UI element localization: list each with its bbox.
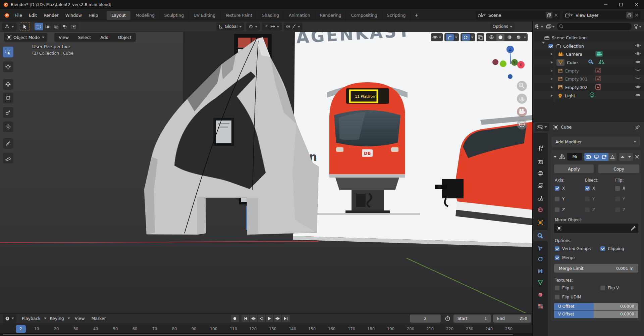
- flip-y-checkbox[interactable]: Y: [615, 197, 625, 201]
- tab-shading[interactable]: Shading: [257, 11, 284, 20]
- clipping-checkbox[interactable]: Clipping: [600, 246, 624, 251]
- timeline-menu-keying[interactable]: Keying: [48, 316, 66, 321]
- expand-right-icon[interactable]: [550, 86, 553, 89]
- bisect-z-checkbox[interactable]: Z: [585, 207, 595, 212]
- tab-world[interactable]: [536, 205, 545, 214]
- gizmo-toggle-icon[interactable]: [446, 34, 454, 41]
- eye-open-icon[interactable]: [635, 51, 641, 56]
- select-mode-intersect-button[interactable]: [69, 23, 78, 30]
- u-offset-slider[interactable]: U Offset 0.0000: [554, 303, 638, 310]
- tool-cursor[interactable]: [3, 61, 13, 72]
- modifier-cage-toggle[interactable]: [608, 153, 616, 161]
- viewport-3d[interactable]: 11 13: [0, 32, 532, 313]
- tab-animation[interactable]: Animation: [284, 11, 315, 20]
- view-layer-selector[interactable]: View Layer: [563, 11, 641, 19]
- gizmo-axis-z-neg[interactable]: [508, 74, 513, 79]
- proportional-editing-dropdown[interactable]: [284, 22, 303, 31]
- viewport-menu-add[interactable]: Add: [97, 35, 112, 40]
- merge-limit-field[interactable]: Merge Limit 0.001 m: [554, 264, 638, 273]
- timeline-menu-marker[interactable]: Marker: [89, 316, 108, 321]
- outliner-row-empty[interactable]: Empty: [533, 67, 644, 75]
- overlays-toggle-icon[interactable]: [462, 34, 470, 41]
- playhead-badge[interactable]: 2: [16, 325, 26, 333]
- tab-tool[interactable]: [536, 144, 545, 153]
- eyedropper-icon[interactable]: [631, 226, 636, 231]
- expand-right-icon[interactable]: [550, 61, 553, 64]
- pan-view-button[interactable]: [517, 94, 527, 104]
- tool-rotate[interactable]: [3, 93, 13, 103]
- record-button[interactable]: [231, 315, 239, 322]
- scene-unlink-icon[interactable]: [554, 13, 558, 17]
- outliner-row-camera[interactable]: Camera: [533, 50, 644, 58]
- menu-window[interactable]: Window: [62, 13, 85, 18]
- tab-physics[interactable]: [536, 255, 545, 263]
- view-layer-remove-icon[interactable]: [635, 13, 638, 17]
- jump-to-start-button[interactable]: [241, 315, 250, 322]
- add-workspace-button[interactable]: +: [410, 11, 422, 20]
- outliner-filter-dropdown[interactable]: [634, 25, 642, 29]
- scene-selector[interactable]: Scene: [476, 11, 560, 19]
- eye-open-icon[interactable]: [635, 43, 641, 48]
- play-reverse-button[interactable]: [258, 315, 266, 322]
- editor-type-dropdown[interactable]: [2, 22, 16, 31]
- snap-dropdown[interactable]: [262, 22, 282, 31]
- eye-open-icon[interactable]: [635, 93, 641, 97]
- axis-y-checkbox[interactable]: Y: [555, 197, 565, 201]
- menu-help[interactable]: Help: [85, 13, 102, 18]
- tool-select-box[interactable]: [3, 47, 13, 57]
- outliner-row-scene-collection[interactable]: Scene Collection: [533, 34, 644, 42]
- tab-sculpting[interactable]: Sculpting: [159, 11, 189, 20]
- xray-toggle-button[interactable]: [477, 33, 484, 41]
- panel-expand-icon[interactable]: [553, 156, 557, 158]
- modifier-realtime-toggle[interactable]: [592, 153, 600, 161]
- menu-render[interactable]: Render: [40, 13, 62, 18]
- outliner-display-mode-dropdown[interactable]: [535, 24, 543, 29]
- play-button[interactable]: [266, 315, 274, 322]
- jump-to-end-button[interactable]: [282, 315, 290, 322]
- tab-layout[interactable]: Layout: [107, 11, 130, 20]
- v-offset-slider[interactable]: V Offset 0.0000: [554, 311, 638, 318]
- close-button[interactable]: [629, 0, 644, 9]
- tab-particles[interactable]: [536, 244, 545, 253]
- tab-view-layer[interactable]: [536, 181, 545, 190]
- image-data-badge-icon[interactable]: [595, 76, 601, 81]
- expand-triangle-icon[interactable]: [542, 44, 545, 49]
- modifier-move-up-button[interactable]: [619, 153, 626, 161]
- image-data-badge-icon[interactable]: [595, 84, 601, 90]
- outliner-search[interactable]: [557, 23, 632, 30]
- eye-open-icon[interactable]: [635, 60, 641, 64]
- select-mode-subtract-button[interactable]: [52, 23, 61, 30]
- apply-button[interactable]: Apply: [554, 164, 594, 173]
- expand-right-icon[interactable]: [550, 77, 553, 81]
- shading-wireframe-button[interactable]: [487, 34, 495, 41]
- timeline-menu-playback[interactable]: Playback: [20, 316, 43, 321]
- transform-orientation-dropdown[interactable]: Global: [216, 22, 244, 31]
- camera-data-badge-icon[interactable]: [595, 51, 603, 57]
- vertex-groups-checkbox[interactable]: Vertex Groups: [555, 246, 591, 251]
- add-modifier-dropdown[interactable]: Add Modifier: [551, 137, 640, 147]
- timeline-scrollbar[interactable]: [3, 334, 513, 335]
- axis-x-checkbox[interactable]: X: [555, 186, 565, 191]
- eye-open-icon[interactable]: [635, 85, 641, 89]
- flip-v-checkbox[interactable]: Flip V: [600, 286, 619, 290]
- mirror-object-field[interactable]: [554, 224, 638, 233]
- tool-measure[interactable]: [3, 153, 13, 163]
- tab-modeling[interactable]: Modeling: [130, 11, 159, 20]
- tool-move[interactable]: [3, 79, 13, 90]
- select-mode-extend-button[interactable]: [43, 23, 52, 30]
- expand-right-icon[interactable]: [550, 94, 553, 97]
- bisect-y-checkbox[interactable]: Y: [585, 197, 595, 201]
- viewport-menu-object[interactable]: Object: [114, 35, 135, 40]
- object-visibility-dropdown[interactable]: [431, 33, 443, 41]
- tab-material[interactable]: [536, 290, 545, 299]
- eye-closed-icon[interactable]: [635, 68, 641, 72]
- properties-editor-type-dropdown[interactable]: [535, 123, 549, 131]
- mirror-modifier-badge-icon[interactable]: [598, 59, 604, 64]
- eye-closed-icon[interactable]: [635, 76, 641, 80]
- tab-scene[interactable]: [536, 194, 545, 202]
- expand-right-icon[interactable]: [550, 69, 553, 73]
- flip-x-checkbox[interactable]: X: [615, 186, 625, 191]
- select-mode-new-button[interactable]: [35, 23, 43, 30]
- maximize-button[interactable]: [613, 0, 629, 9]
- viewport-menu-select[interactable]: Select: [74, 35, 95, 40]
